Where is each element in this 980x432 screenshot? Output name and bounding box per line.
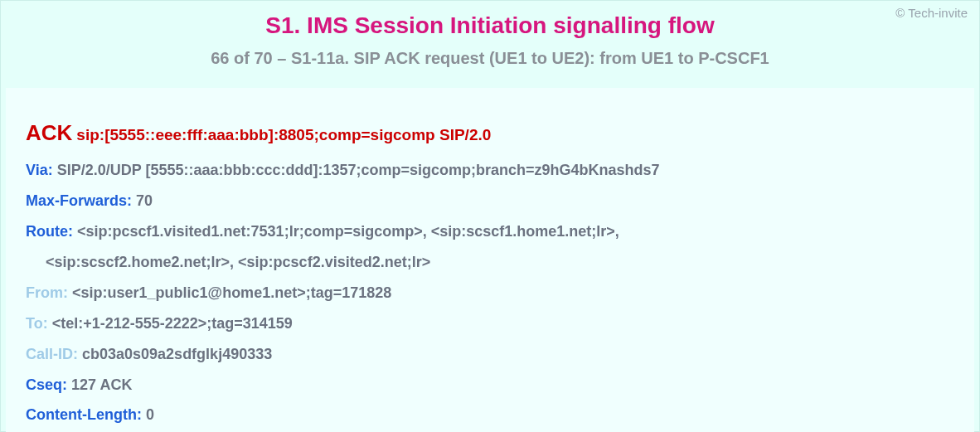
header-cseq: Cseq: 127 ACK [26, 370, 954, 400]
page-subtitle: 66 of 70 – S1-11a. SIP ACK request (UE1 … [1, 49, 979, 68]
header-to-label: To: [26, 315, 48, 332]
header-route-value-1: <sip:pcscf1.visited1.net:7531;lr;comp=si… [77, 223, 619, 240]
header-via-label: Via: [26, 162, 53, 178]
sip-message-body: ACK sip:[5555::eee:fff:aaa:bbb]:8805;com… [6, 88, 974, 432]
header-call-id-label: Call-ID: [26, 346, 78, 362]
header-route-cont: <sip:scscf2.home2.net;lr>, <sip:pcscf2.v… [26, 247, 954, 278]
header-via-value: SIP/2.0/UDP [5555::aaa:bbb:ccc:ddd]:1357… [57, 162, 660, 178]
header-to: To: <tel:+1-212-555-2222>;tag=314159 [26, 308, 954, 339]
request-line: ACK sip:[5555::eee:fff:aaa:bbb]:8805;com… [26, 111, 954, 155]
header-from: From: <sip:user1_public1@home1.net>;tag=… [26, 278, 954, 308]
header-max-forwards-label: Max-Forwards: [26, 192, 132, 209]
copyright-text: © Tech-invite [895, 6, 968, 20]
header-call-id-value: cb03a0s09a2sdfglkj490333 [82, 346, 272, 362]
header-via: Via: SIP/2.0/UDP [5555::aaa:bbb:ccc:ddd]… [26, 155, 954, 186]
header-cseq-value: 127 ACK [71, 376, 132, 393]
header-route-value-2: <sip:scscf2.home2.net;lr>, <sip:pcscf2.v… [46, 254, 430, 270]
header-max-forwards-value: 70 [136, 192, 153, 209]
header-max-forwards: Max-Forwards: 70 [26, 186, 954, 216]
page: © Tech-invite S1. IMS Session Initiation… [0, 0, 980, 432]
header-from-value: <sip:user1_public1@home1.net>;tag=171828 [72, 284, 391, 301]
header-to-value: <tel:+1-212-555-2222>;tag=314159 [52, 315, 293, 332]
header-from-label: From: [26, 284, 68, 301]
request-method: ACK [26, 120, 72, 145]
header-content-length-value: 0 [146, 406, 154, 423]
header-call-id: Call-ID: cb03a0s09a2sdfglkj490333 [26, 339, 954, 370]
header-route-label: Route: [26, 223, 73, 240]
page-title: S1. IMS Session Initiation signalling fl… [1, 12, 979, 39]
header-content-length: Content-Length: 0 [26, 400, 954, 430]
request-uri: sip:[5555::eee:fff:aaa:bbb]:8805;comp=si… [76, 126, 491, 143]
header-content-length-label: Content-Length: [26, 406, 142, 423]
header: S1. IMS Session Initiation signalling fl… [1, 1, 979, 80]
header-cseq-label: Cseq: [26, 376, 67, 393]
header-route: Route: <sip:pcscf1.visited1.net:7531;lr;… [26, 216, 954, 247]
